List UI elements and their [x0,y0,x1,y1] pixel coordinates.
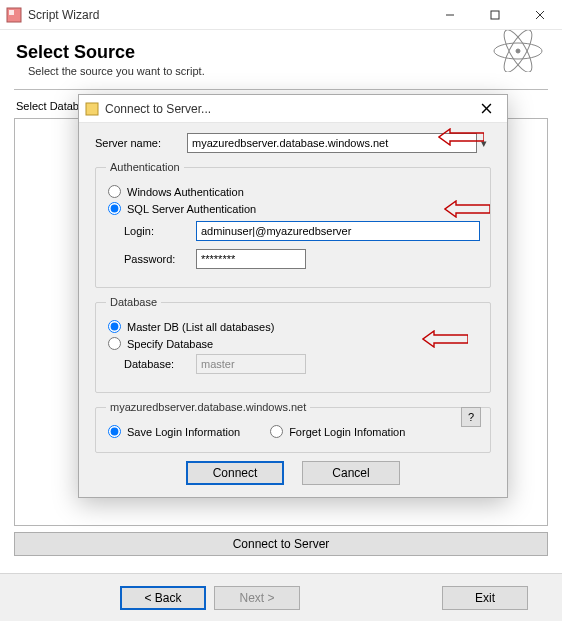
save-login-label: Save Login Information [127,426,240,438]
connect-dialog: Connect to Server... Server name: myazur… [78,94,508,498]
database-name-label: Database: [124,358,196,370]
forget-login-radio-input[interactable] [270,425,283,438]
dialog-close-button[interactable] [465,95,507,123]
specify-db-radio-input[interactable] [108,337,121,350]
specify-db-label: Specify Database [127,338,213,350]
next-button: Next > [214,586,300,610]
login-label: Login: [124,225,196,237]
windows-auth-radio[interactable]: Windows Authentication [106,185,480,198]
save-login-group: myazuredbserver.database.windows.net Sav… [95,401,491,453]
password-label: Password: [124,253,196,265]
wizard-logo-icon [492,30,544,72]
dialog-title-bar: Connect to Server... [79,95,507,123]
close-button[interactable] [517,0,562,30]
save-login-radio[interactable]: Save Login Information [106,425,240,438]
password-input[interactable]: ******** [196,249,306,269]
database-name-input[interactable]: master [196,354,306,374]
help-button[interactable]: ? [461,407,481,427]
cancel-button[interactable]: Cancel [302,461,400,485]
forget-login-label: Forget Login Infomation [289,426,405,438]
sql-auth-label: SQL Server Authentication [127,203,256,215]
dialog-icon [85,102,99,116]
server-name-label: Server name: [95,137,187,149]
annotation-arrow-icon [422,330,468,348]
dialog-title: Connect to Server... [105,102,211,116]
title-bar: Script Wizard [0,0,562,30]
svg-point-9 [516,49,520,53]
app-icon [6,7,22,23]
maximize-button[interactable] [472,0,517,30]
divider [14,89,548,90]
master-db-label: Master DB (List all databases) [127,321,274,333]
save-login-legend: myazuredbserver.database.windows.net [106,401,310,413]
window-title: Script Wizard [28,8,99,22]
windows-auth-label: Windows Authentication [127,186,244,198]
exit-button[interactable]: Exit [442,586,528,610]
login-input[interactable]: adminuser|@myazuredbserver [196,221,480,241]
annotation-arrow-icon [438,128,484,146]
server-name-input[interactable]: myazuredbserver.database.windows.net [187,133,477,153]
sql-auth-radio[interactable]: SQL Server Authentication [106,202,480,215]
authentication-group: Authentication Windows Authentication SQ… [95,161,491,288]
master-db-radio-input[interactable] [108,320,121,333]
database-legend: Database [106,296,161,308]
svg-rect-3 [491,11,499,19]
windows-auth-radio-input[interactable] [108,185,121,198]
page-subtitle: Select the source you want to script. [28,65,548,77]
save-login-radio-input[interactable] [108,425,121,438]
wizard-footer: < Back Next > Exit [0,573,562,621]
minimize-button[interactable] [427,0,472,30]
page-title: Select Source [16,42,548,63]
connect-button[interactable]: Connect [186,461,284,485]
annotation-arrow-icon [444,200,490,218]
forget-login-radio[interactable]: Forget Login Infomation [268,425,405,438]
sql-auth-radio-input[interactable] [108,202,121,215]
connect-to-server-button[interactable]: Connect to Server [14,532,548,556]
authentication-legend: Authentication [106,161,184,173]
back-button[interactable]: < Back [120,586,206,610]
svg-rect-1 [9,10,14,15]
svg-rect-10 [86,103,98,115]
